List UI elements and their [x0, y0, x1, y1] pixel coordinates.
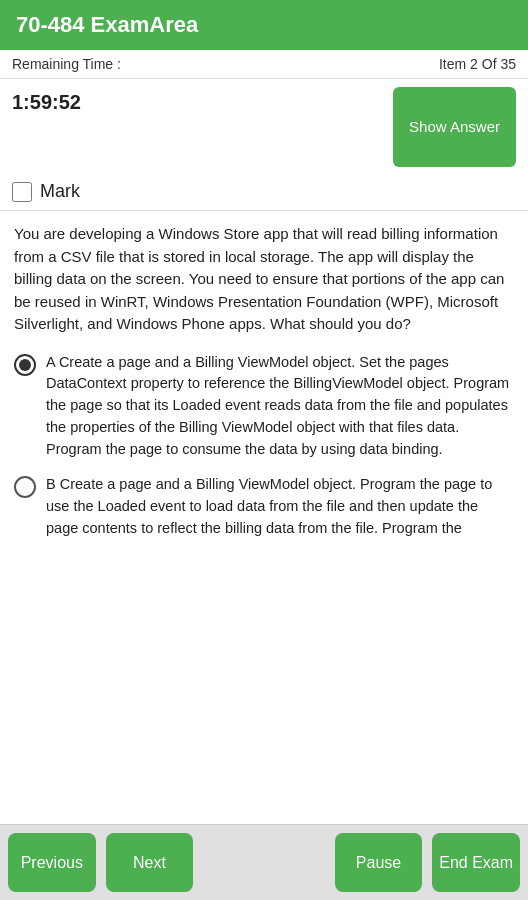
subheader: Remaining Time : Item 2 Of 35	[0, 50, 528, 79]
previous-button[interactable]: Previous	[8, 833, 96, 892]
radio-b[interactable]	[14, 476, 36, 498]
answer-text-b: B Create a page and a Billing ViewModel …	[46, 474, 514, 539]
next-button[interactable]: Next	[106, 833, 194, 892]
answer-option-a[interactable]: A Create a page and a Billing ViewModel …	[14, 352, 514, 461]
answer-text-a: A Create a page and a Billing ViewModel …	[46, 352, 514, 461]
question-text: You are developing a Windows Store app t…	[14, 223, 514, 336]
app-title: 70-484 ExamArea	[16, 12, 198, 37]
remaining-time-label: Remaining Time :	[12, 56, 121, 72]
answer-option-b[interactable]: B Create a page and a Billing ViewModel …	[14, 474, 514, 539]
app-header: 70-484 ExamArea	[0, 0, 528, 50]
mark-row: Mark	[0, 175, 528, 211]
footer: Previous Next Pause End Exam	[0, 824, 528, 900]
end-exam-button[interactable]: End Exam	[432, 833, 520, 892]
item-info: Item 2 Of 35	[439, 56, 516, 72]
mark-checkbox[interactable]	[12, 182, 32, 202]
content-area: You are developing a Windows Store app t…	[0, 211, 528, 824]
radio-a[interactable]	[14, 354, 36, 376]
pause-button[interactable]: Pause	[335, 833, 423, 892]
timer-display: 1:59:52	[12, 91, 81, 114]
mark-label[interactable]: Mark	[40, 181, 80, 202]
timer-row: 1:59:52 Show Answer	[0, 79, 528, 175]
show-answer-button[interactable]: Show Answer	[393, 87, 516, 167]
